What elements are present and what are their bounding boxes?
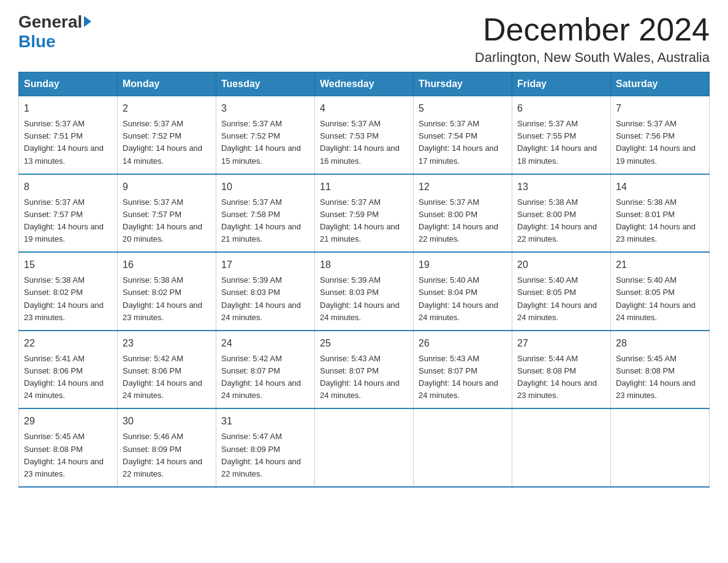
day-cell-23: 23Sunrise: 5:42 AMSunset: 8:06 PMDayligh… (118, 331, 216, 409)
day-number: 22 (24, 336, 112, 351)
week-row-1: 1Sunrise: 5:37 AMSunset: 7:51 PMDaylight… (19, 96, 710, 174)
day-info: Sunrise: 5:41 AMSunset: 8:06 PMDaylight:… (24, 354, 104, 400)
day-info: Sunrise: 5:37 AMSunset: 7:58 PMDaylight:… (221, 197, 301, 243)
day-info: Sunrise: 5:37 AMSunset: 7:54 PMDaylight:… (419, 119, 498, 165)
day-cell-28: 28Sunrise: 5:45 AMSunset: 8:08 PMDayligh… (611, 331, 710, 409)
header-thursday: Thursday (414, 72, 512, 96)
day-info: Sunrise: 5:38 AMSunset: 8:02 PMDaylight:… (123, 275, 202, 321)
day-number: 8 (24, 180, 112, 194)
week-row-5: 29Sunrise: 5:45 AMSunset: 8:08 PMDayligh… (19, 408, 710, 487)
day-info: Sunrise: 5:37 AMSunset: 7:52 PMDaylight:… (221, 119, 301, 165)
logo: General Blue (18, 12, 91, 52)
day-number: 12 (419, 180, 507, 194)
day-cell-31: 31Sunrise: 5:47 AMSunset: 8:09 PMDayligh… (216, 408, 315, 487)
day-info: Sunrise: 5:37 AMSunset: 7:57 PMDaylight:… (123, 197, 202, 243)
day-number: 23 (123, 336, 211, 351)
day-cell-15: 15Sunrise: 5:38 AMSunset: 8:02 PMDayligh… (19, 252, 118, 331)
calendar-header-row: SundayMondayTuesdayWednesdayThursdayFrid… (19, 72, 710, 96)
day-number: 3 (221, 101, 309, 116)
empty-cell (414, 408, 512, 487)
header-friday: Friday (512, 72, 611, 96)
day-number: 5 (419, 101, 507, 116)
day-number: 1 (24, 101, 112, 116)
page-header: General Blue December 2024 Darlington, N… (18, 12, 710, 66)
day-cell-9: 9Sunrise: 5:37 AMSunset: 7:57 PMDaylight… (118, 174, 216, 253)
day-cell-26: 26Sunrise: 5:43 AMSunset: 8:07 PMDayligh… (414, 331, 512, 409)
empty-cell (512, 408, 611, 487)
logo-blue: Blue (18, 32, 56, 52)
day-info: Sunrise: 5:46 AMSunset: 8:09 PMDaylight:… (123, 432, 202, 478)
day-info: Sunrise: 5:42 AMSunset: 8:07 PMDaylight:… (221, 354, 301, 400)
day-number: 30 (123, 414, 211, 429)
day-info: Sunrise: 5:39 AMSunset: 8:03 PMDaylight:… (221, 275, 301, 321)
calendar-table: SundayMondayTuesdayWednesdayThursdayFrid… (18, 72, 710, 488)
day-info: Sunrise: 5:40 AMSunset: 8:05 PMDaylight:… (616, 275, 696, 321)
week-row-2: 8Sunrise: 5:37 AMSunset: 7:57 PMDaylight… (19, 174, 710, 253)
day-info: Sunrise: 5:43 AMSunset: 8:07 PMDaylight:… (320, 354, 400, 400)
day-number: 10 (221, 180, 309, 194)
day-cell-12: 12Sunrise: 5:37 AMSunset: 8:00 PMDayligh… (414, 174, 512, 253)
day-number: 26 (419, 336, 507, 351)
title-block: December 2024 Darlington, New South Wale… (475, 12, 710, 66)
day-number: 9 (123, 180, 211, 194)
day-cell-7: 7Sunrise: 5:37 AMSunset: 7:56 PMDaylight… (611, 96, 710, 174)
day-info: Sunrise: 5:40 AMSunset: 8:05 PMDaylight:… (517, 275, 597, 321)
logo-arrow-icon (84, 16, 91, 27)
day-number: 14 (616, 180, 704, 194)
day-cell-19: 19Sunrise: 5:40 AMSunset: 8:04 PMDayligh… (414, 252, 512, 331)
day-cell-14: 14Sunrise: 5:38 AMSunset: 8:01 PMDayligh… (611, 174, 710, 253)
day-number: 24 (221, 336, 309, 351)
day-info: Sunrise: 5:37 AMSunset: 7:52 PMDaylight:… (123, 119, 202, 165)
day-number: 7 (616, 101, 704, 116)
day-cell-20: 20Sunrise: 5:40 AMSunset: 8:05 PMDayligh… (512, 252, 611, 331)
logo-general: General (18, 12, 82, 32)
day-cell-6: 6Sunrise: 5:37 AMSunset: 7:55 PMDaylight… (512, 96, 611, 174)
day-number: 20 (517, 258, 605, 272)
day-info: Sunrise: 5:40 AMSunset: 8:04 PMDaylight:… (419, 275, 498, 321)
day-cell-8: 8Sunrise: 5:37 AMSunset: 7:57 PMDaylight… (19, 174, 118, 253)
subtitle: Darlington, New South Wales, Australia (475, 50, 710, 66)
day-cell-22: 22Sunrise: 5:41 AMSunset: 8:06 PMDayligh… (19, 331, 118, 409)
day-info: Sunrise: 5:37 AMSunset: 7:51 PMDaylight:… (24, 119, 104, 165)
day-cell-11: 11Sunrise: 5:37 AMSunset: 7:59 PMDayligh… (315, 174, 414, 253)
day-info: Sunrise: 5:38 AMSunset: 8:00 PMDaylight:… (517, 197, 597, 243)
day-info: Sunrise: 5:45 AMSunset: 8:08 PMDaylight:… (24, 432, 104, 478)
empty-cell (611, 408, 710, 487)
header-wednesday: Wednesday (315, 72, 414, 96)
week-row-3: 15Sunrise: 5:38 AMSunset: 8:02 PMDayligh… (19, 252, 710, 331)
day-number: 29 (24, 414, 112, 429)
day-cell-2: 2Sunrise: 5:37 AMSunset: 7:52 PMDaylight… (118, 96, 216, 174)
day-number: 2 (123, 101, 211, 116)
day-number: 28 (616, 336, 704, 351)
day-cell-3: 3Sunrise: 5:37 AMSunset: 7:52 PMDaylight… (216, 96, 315, 174)
day-info: Sunrise: 5:37 AMSunset: 7:57 PMDaylight:… (24, 197, 104, 243)
header-sunday: Sunday (19, 72, 118, 96)
day-number: 19 (419, 258, 507, 272)
day-number: 15 (24, 258, 112, 272)
day-cell-17: 17Sunrise: 5:39 AMSunset: 8:03 PMDayligh… (216, 252, 315, 331)
day-cell-5: 5Sunrise: 5:37 AMSunset: 7:54 PMDaylight… (414, 96, 512, 174)
day-cell-25: 25Sunrise: 5:43 AMSunset: 8:07 PMDayligh… (315, 331, 414, 409)
day-info: Sunrise: 5:37 AMSunset: 8:00 PMDaylight:… (419, 197, 498, 243)
day-number: 4 (320, 101, 408, 116)
day-info: Sunrise: 5:37 AMSunset: 7:55 PMDaylight:… (517, 119, 597, 165)
day-info: Sunrise: 5:37 AMSunset: 7:59 PMDaylight:… (320, 197, 400, 243)
day-number: 16 (123, 258, 211, 272)
day-cell-16: 16Sunrise: 5:38 AMSunset: 8:02 PMDayligh… (118, 252, 216, 331)
header-tuesday: Tuesday (216, 72, 315, 96)
empty-cell (315, 408, 414, 487)
day-cell-18: 18Sunrise: 5:39 AMSunset: 8:03 PMDayligh… (315, 252, 414, 331)
main-title: December 2024 (475, 12, 710, 47)
day-cell-10: 10Sunrise: 5:37 AMSunset: 7:58 PMDayligh… (216, 174, 315, 253)
day-number: 11 (320, 180, 408, 194)
day-info: Sunrise: 5:42 AMSunset: 8:06 PMDaylight:… (123, 354, 202, 400)
day-cell-21: 21Sunrise: 5:40 AMSunset: 8:05 PMDayligh… (611, 252, 710, 331)
day-number: 18 (320, 258, 408, 272)
day-info: Sunrise: 5:37 AMSunset: 7:53 PMDaylight:… (320, 119, 400, 165)
day-info: Sunrise: 5:38 AMSunset: 8:02 PMDaylight:… (24, 275, 104, 321)
day-number: 31 (221, 414, 309, 429)
day-info: Sunrise: 5:45 AMSunset: 8:08 PMDaylight:… (616, 354, 696, 400)
day-info: Sunrise: 5:38 AMSunset: 8:01 PMDaylight:… (616, 197, 696, 243)
day-info: Sunrise: 5:39 AMSunset: 8:03 PMDaylight:… (320, 275, 400, 321)
header-saturday: Saturday (611, 72, 710, 96)
